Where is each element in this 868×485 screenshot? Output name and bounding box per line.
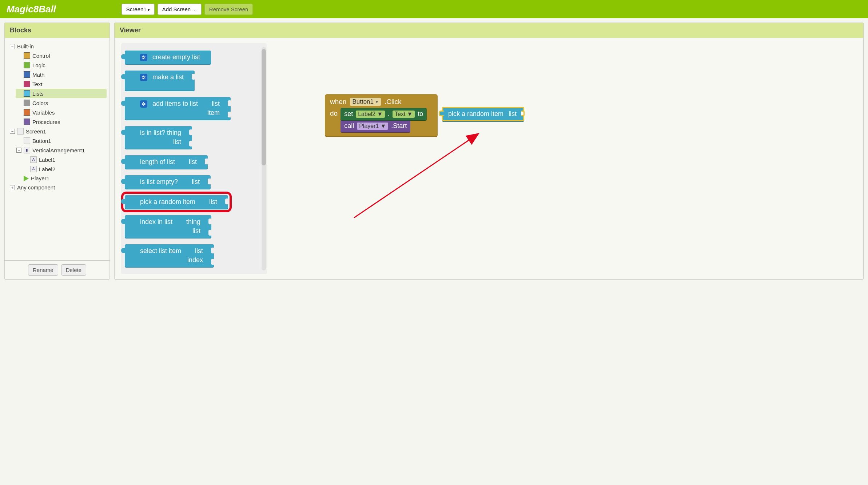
top-bar: Magic8Ball Screen1 Add Screen ... Remove… (0, 0, 868, 18)
block-is-in-list[interactable]: is in list? thing list (125, 126, 192, 149)
expander-icon[interactable]: − (10, 44, 15, 49)
chevron-down-icon: ▼ (377, 111, 383, 117)
viewer-body: create empty list make a list add items … (115, 38, 863, 279)
component-dropdown[interactable]: Label2▼ (356, 111, 385, 118)
swatch-icon (24, 81, 30, 87)
blocks-header: Blocks (5, 23, 110, 38)
block-pick-random-item-attached[interactable]: pick a random item list (442, 107, 524, 121)
svg-line-1 (354, 134, 478, 218)
annotation-arrow (281, 43, 857, 274)
blocks-panel: Blocks − Built-in Control Logic Math Tex… (4, 23, 110, 280)
block-length-of-list[interactable]: length of list list (125, 155, 208, 169)
expander-icon[interactable]: − (10, 129, 15, 134)
swatch-icon (24, 62, 30, 68)
topbar-buttons: Screen1 Add Screen ... Remove Screen (122, 4, 253, 15)
tree-any-component[interactable]: + Any component (9, 183, 107, 192)
do-label: do (330, 108, 338, 132)
delete-button[interactable]: Delete (61, 264, 86, 276)
swatch-icon (24, 71, 30, 78)
tree-text[interactable]: Text (16, 79, 107, 89)
tree-math[interactable]: Math (16, 70, 107, 79)
swatch-icon (24, 100, 30, 106)
tree-variables[interactable]: Variables (16, 108, 107, 117)
block-add-items-to-list[interactable]: add items to list list item (125, 97, 231, 120)
screen-dropdown[interactable]: Screen1 (122, 4, 155, 15)
chevron-down-icon: ▼ (375, 100, 379, 104)
viewer-panel: Viewer create empty list make a list add… (114, 23, 864, 280)
button-icon (24, 137, 30, 144)
remove-screen-button[interactable]: Remove Screen (204, 4, 253, 15)
gear-icon[interactable] (140, 74, 147, 81)
block-is-list-empty[interactable]: is list empty? list (125, 175, 211, 189)
tree-control[interactable]: Control (16, 51, 107, 60)
add-screen-button[interactable]: Add Screen ... (158, 4, 202, 15)
swatch-icon (24, 90, 30, 97)
expander-icon[interactable]: + (10, 185, 15, 190)
blocks-tree: − Built-in Control Logic Math Text Lists… (5, 38, 110, 260)
viewer-header: Viewer (115, 23, 863, 38)
gear-icon[interactable] (140, 54, 147, 61)
tree-builtin[interactable]: − Built-in (9, 42, 107, 51)
swatch-icon (24, 52, 30, 59)
tree-logic[interactable]: Logic (16, 60, 107, 70)
call-block[interactable]: call Player1▼ .Start (341, 120, 410, 132)
label-icon: A (30, 166, 37, 172)
screen-icon (17, 128, 24, 135)
tree-procedures[interactable]: Procedures (16, 117, 107, 127)
chevron-down-icon: ▼ (380, 123, 386, 129)
event-block-when-button1-click[interactable]: when Button1▼ .Click do set Label2▼ . Te… (325, 94, 438, 136)
gear-icon[interactable] (140, 100, 147, 108)
app-title: Magic8Ball (7, 4, 56, 15)
tree-player1[interactable]: Player1 (16, 174, 107, 183)
block-index-in-list[interactable]: index in list thing list (125, 215, 211, 238)
tree-screen1[interactable]: − Screen1 (9, 127, 107, 136)
tree-label2[interactable]: ALabel2 (22, 164, 107, 174)
play-icon (24, 176, 29, 181)
block-create-empty-list[interactable]: create empty list (125, 51, 211, 64)
tree-label: Built-in (17, 43, 34, 49)
component-dropdown[interactable]: Button1▼ (350, 98, 381, 106)
tree-label1[interactable]: ALabel1 (22, 155, 107, 164)
chevron-down-icon: ▼ (407, 111, 413, 117)
main: Blocks − Built-in Control Logic Math Tex… (0, 18, 868, 284)
layout-icon: ▮ (24, 147, 30, 153)
blocks-footer: Rename Delete (5, 260, 110, 279)
scroll-thumb[interactable] (262, 49, 266, 165)
component-dropdown[interactable]: Player1▼ (357, 123, 388, 130)
block-select-list-item[interactable]: select list item list index (125, 244, 214, 267)
expander-icon[interactable]: − (16, 148, 21, 153)
block-make-a-list[interactable]: make a list (125, 71, 195, 91)
tree-lists[interactable]: Lists (16, 89, 107, 98)
tree-button1[interactable]: Button1 (16, 136, 107, 145)
property-dropdown[interactable]: Text▼ (393, 111, 415, 118)
swatch-icon (24, 109, 30, 116)
set-block[interactable]: set Label2▼ . Text▼ to (341, 108, 427, 120)
tree-colors[interactable]: Colors (16, 98, 107, 108)
flyout-scrollbar[interactable] (262, 47, 266, 270)
block-pick-random-item[interactable]: pick a random item list (125, 195, 228, 209)
swatch-icon (24, 119, 30, 125)
label-icon: A (30, 156, 37, 163)
block-flyout: create empty list make a list add items … (121, 43, 267, 274)
tree-vertical[interactable]: −▮VerticalArrangement1 (16, 145, 107, 155)
rename-button[interactable]: Rename (28, 264, 58, 276)
workspace[interactable]: when Button1▼ .Click do set Label2▼ . Te… (281, 43, 857, 274)
